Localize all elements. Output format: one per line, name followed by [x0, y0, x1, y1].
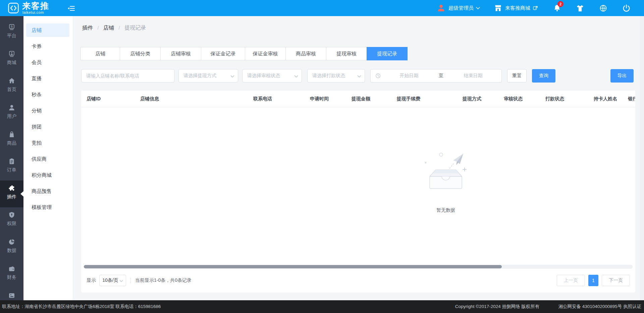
sidebar-item-data[interactable]: 数据 [0, 234, 23, 261]
menu-item-live[interactable]: 直播 [26, 72, 69, 85]
sidebar-item-auth[interactable]: 权限 [0, 207, 23, 234]
data-icon [8, 238, 15, 246]
menu-fold-icon[interactable] [67, 4, 75, 12]
prev-page-button[interactable]: 上一页 [557, 275, 585, 286]
export-button[interactable]: 导出 [610, 69, 634, 83]
col-method: 提现方式 [463, 96, 481, 102]
col-fee: 提现手续费 [397, 96, 420, 102]
sidebar-item-plugin[interactable]: 插件 [0, 180, 23, 207]
breadcrumb-separator: / [97, 25, 99, 31]
home-icon [8, 77, 15, 85]
menu-item-seckill[interactable]: 秒杀 [26, 88, 69, 101]
menu-item-shop[interactable]: 店铺 [26, 23, 69, 37]
footer-copyright: Copyright ©2017-2024 拾捌网络 版权所有 [455, 304, 540, 310]
footer-police-record: 湘公网安备 43010402000895号 执照认证 [558, 304, 641, 310]
display-label: 显示 [87, 277, 96, 283]
user-name: 超级管理员 [448, 5, 474, 11]
page-number-1[interactable]: 1 [588, 275, 598, 286]
tab-deposit-audit[interactable]: 保证金审核 [245, 47, 286, 60]
filter-bar: 请选择提现方式 请选择审核状态 请选择打款状态 开始日期 至 结束日期 重置 查… [81, 69, 555, 83]
menu-item-coupon[interactable]: 卡券 [26, 40, 69, 53]
col-shop-info: 店铺信息 [140, 96, 159, 102]
menu-item-auction[interactable]: 竞拍 [26, 136, 69, 150]
storefront-icon [494, 4, 502, 12]
brand-subtitle: laiketui.com [22, 10, 44, 14]
breadcrumb-separator: / [119, 25, 120, 31]
tab-shop[interactable]: 店铺 [80, 47, 120, 60]
date-range-picker[interactable]: 开始日期 至 结束日期 [370, 69, 502, 83]
menu-item-groupbuy[interactable]: 拼团 [26, 120, 69, 134]
payment-status-select[interactable]: 请选择打款状态 [307, 69, 365, 83]
reset-button[interactable]: 重置 [507, 69, 527, 83]
audit-status-select[interactable]: 请选择审核状态 [242, 69, 302, 83]
next-page-button[interactable]: 下一页 [602, 275, 630, 286]
mall-icon [8, 50, 15, 58]
theme-button[interactable] [576, 4, 584, 12]
horizontal-scrollbar-thumb[interactable] [84, 265, 502, 268]
sidebar-item-gallery[interactable] [0, 288, 23, 300]
tab-withdraw-record[interactable]: 提现记录 [367, 47, 408, 60]
chevron-down-icon [119, 280, 123, 282]
mall-link[interactable]: 来客推商城 [494, 4, 538, 12]
main-content: 插件 / 店铺 / 提现记录 店铺 店铺分类 店铺审核 保证金记录 保证金审核 … [73, 16, 644, 300]
logout-button[interactable] [622, 4, 631, 12]
sidebar-item-platform[interactable]: S 平台 [0, 19, 23, 46]
col-amount: 提现金额 [352, 96, 370, 102]
empty-box-illustration [422, 150, 469, 201]
primary-sidebar: S 平台 商城 首页 用户 商品 [0, 16, 23, 300]
breadcrumb-current: 提现记录 [124, 25, 146, 31]
col-apply-time: 申请时间 [310, 96, 329, 102]
withdraw-method-select[interactable]: 请选择提现方式 [178, 69, 238, 83]
empty-state: 暂无数据 [422, 150, 469, 213]
menu-item-member[interactable]: 会员 [26, 56, 69, 69]
auth-icon [8, 211, 15, 219]
sidebar-item-user[interactable]: 用户 [0, 100, 23, 127]
date-end-placeholder: 结束日期 [445, 73, 501, 79]
menu-item-points-mall[interactable]: 积分商城 [26, 168, 69, 182]
vertical-scrollbar-track[interactable] [640, 16, 644, 300]
chevron-down-icon [476, 7, 480, 9]
sidebar-item-finance[interactable]: 财务 [0, 261, 23, 288]
col-cardholder: 持卡人姓名 [594, 96, 617, 102]
menu-item-distribution[interactable]: 分销 [26, 104, 69, 117]
user-icon [8, 104, 15, 111]
tab-withdraw-audit[interactable]: 提现审核 [326, 47, 367, 60]
sidebar-item-home[interactable]: 首页 [0, 73, 23, 100]
pagination-bar: 显示 10条/页 当前显示1-0条，共0条记录 上一页 1 下一页 [87, 274, 630, 287]
breadcrumb-shop[interactable]: 店铺 [103, 25, 114, 31]
shop-search-input[interactable] [81, 69, 174, 83]
finance-icon [8, 265, 15, 272]
tab-deposit-record[interactable]: 保证金记录 [201, 47, 245, 60]
col-shop-id: 店铺ID [87, 96, 101, 102]
sidebar-item-order[interactable]: 订单 [0, 154, 23, 180]
page-size-select[interactable]: 10条/页 [99, 275, 126, 286]
menu-item-template[interactable]: 模板管理 [26, 201, 69, 214]
horizontal-scrollbar-track [84, 265, 633, 269]
tab-shop-category[interactable]: 店铺分类 [120, 47, 161, 60]
svg-text:S: S [11, 25, 13, 28]
empty-text: 暂无数据 [422, 207, 469, 213]
date-start-placeholder: 开始日期 [381, 73, 437, 79]
brand-title: 来客推 [22, 1, 49, 10]
order-icon [8, 158, 15, 165]
mall-name: 来客推商城 [505, 5, 530, 11]
notifications-button[interactable]: 2 [553, 4, 561, 12]
date-to-label: 至 [437, 73, 445, 79]
pagination-summary: 当前显示1-0条，共0条记录 [135, 277, 192, 283]
search-button[interactable]: 查询 [532, 69, 555, 83]
admin-page: { "header": { "brand": { "title": "来客推",… [0, 0, 644, 313]
header-actions: 超级管理员 来客推商城 2 [437, 0, 644, 16]
tab-goods-audit[interactable]: 商品审核 [285, 47, 326, 60]
sidebar-item-mall[interactable]: 商城 [0, 46, 23, 73]
footer-contact: 联系地址：湖南省长沙市岳麓区绿地中央广场6栋2018室 联系电话：6159816… [0, 304, 161, 310]
user-menu[interactable]: 超级管理员 [437, 4, 480, 12]
language-button[interactable] [599, 4, 607, 12]
breadcrumb: 插件 / 店铺 / 提现记录 [82, 24, 146, 32]
chevron-down-icon [230, 75, 234, 77]
menu-item-supplier[interactable]: 供应商 [26, 152, 69, 166]
tab-shop-audit[interactable]: 店铺审核 [160, 47, 201, 60]
menu-item-presale[interactable]: 商品预售 [26, 185, 69, 198]
sidebar-item-goods[interactable]: 商品 [0, 127, 23, 154]
pagination-divider [130, 277, 131, 283]
breadcrumb-plugin[interactable]: 插件 [82, 25, 93, 31]
